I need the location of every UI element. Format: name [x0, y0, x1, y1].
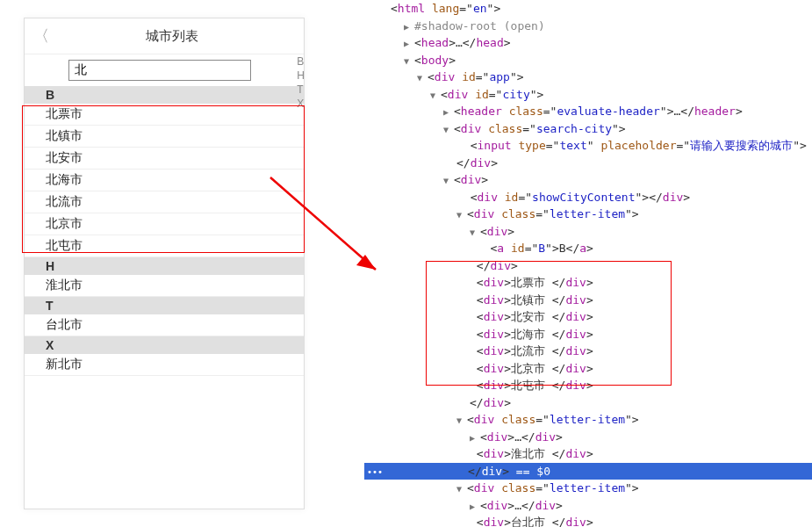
- mobile-app-panel: 〈 城市列表 B H T X B 北票市 北镇市 北安市 北海市 北流市 北京市…: [24, 18, 305, 509]
- index-letter[interactable]: H: [293, 69, 308, 82]
- dom-line[interactable]: </div>: [364, 394, 812, 412]
- city-item[interactable]: 北票市: [25, 104, 304, 126]
- dom-line[interactable]: <html lang="en">: [364, 0, 812, 18]
- dom-line[interactable]: <div id="city">: [364, 86, 812, 104]
- section-header-h: H: [25, 257, 304, 275]
- dom-line[interactable]: <div>北海市 </div>: [364, 326, 812, 343]
- dom-line[interactable]: #shadow-root (open): [364, 18, 812, 35]
- search-box: [25, 54, 304, 86]
- dom-line[interactable]: </div>: [364, 155, 812, 172]
- index-letter[interactable]: X: [293, 97, 308, 110]
- dom-line[interactable]: <div>北屯市 </div>: [364, 377, 812, 394]
- search-input[interactable]: [68, 60, 251, 81]
- dom-line[interactable]: <div>台北市 </div>: [364, 514, 812, 527]
- city-item[interactable]: 北京市: [25, 213, 304, 235]
- dom-line[interactable]: <div>北安市 </div>: [364, 308, 812, 326]
- city-item[interactable]: 新北市: [25, 354, 304, 376]
- dom-line-selected[interactable]: •••</div> == $0: [364, 463, 812, 480]
- dom-line[interactable]: <div class="letter-item">: [364, 411, 812, 429]
- dom-line[interactable]: <div>: [364, 171, 812, 189]
- app-header: 〈 城市列表: [25, 18, 304, 54]
- section-header-b: B: [25, 86, 304, 104]
- dom-line[interactable]: <div>北京市 </div>: [364, 360, 812, 378]
- city-item[interactable]: 北屯市: [25, 235, 304, 257]
- dom-line[interactable]: <div>…</div>: [364, 429, 812, 446]
- index-letter[interactable]: T: [293, 83, 308, 96]
- city-item[interactable]: 北流市: [25, 191, 304, 213]
- dom-line[interactable]: <input type="text" placeholder="请输入要搜索的城…: [364, 137, 812, 155]
- dom-line[interactable]: </div>: [364, 257, 812, 275]
- city-content: B H T X B 北票市 北镇市 北安市 北海市 北流市 北京市 北屯市 H …: [25, 86, 304, 376]
- section-header-x: X: [25, 336, 304, 354]
- dom-line[interactable]: <head>…</head>: [364, 34, 812, 52]
- back-chevron-icon[interactable]: 〈: [33, 25, 49, 47]
- dom-line[interactable]: <header class="evaluate-header">…</heade…: [364, 103, 812, 120]
- section-header-t: T: [25, 297, 304, 314]
- dom-line[interactable]: <div class="search-city">: [364, 120, 812, 138]
- alpha-index-bar: B H T X: [293, 55, 308, 110]
- dom-line[interactable]: <div class="letter-item">: [364, 480, 812, 497]
- dom-line[interactable]: <div>北镇市 </div>: [364, 292, 812, 309]
- devtools-panel: <html lang="en"> #shadow-root (open) <he…: [364, 0, 812, 527]
- dom-line[interactable]: <div>淮北市 </div>: [364, 445, 812, 463]
- dom-line[interactable]: <div>北流市 </div>: [364, 343, 812, 360]
- city-item[interactable]: 台北市: [25, 314, 304, 336]
- dom-line[interactable]: <a id="B">B</a>: [364, 240, 812, 257]
- dom-line[interactable]: <div id="showCityContent"></div>: [364, 189, 812, 206]
- city-item[interactable]: 北海市: [25, 170, 304, 191]
- dom-line[interactable]: <div id="app">: [364, 69, 812, 86]
- city-item[interactable]: 北镇市: [25, 126, 304, 148]
- page-title: 城市列表: [49, 28, 295, 45]
- dom-line[interactable]: <div>北票市 </div>: [364, 274, 812, 292]
- index-letter[interactable]: B: [293, 55, 308, 68]
- dom-line[interactable]: <body>: [364, 52, 812, 69]
- dom-line[interactable]: <div>: [364, 223, 812, 241]
- dom-line[interactable]: <div class="letter-item">: [364, 206, 812, 223]
- city-item[interactable]: 北安市: [25, 148, 304, 170]
- dom-line[interactable]: <div>…</div>: [364, 497, 812, 515]
- city-item[interactable]: 淮北市: [25, 275, 304, 297]
